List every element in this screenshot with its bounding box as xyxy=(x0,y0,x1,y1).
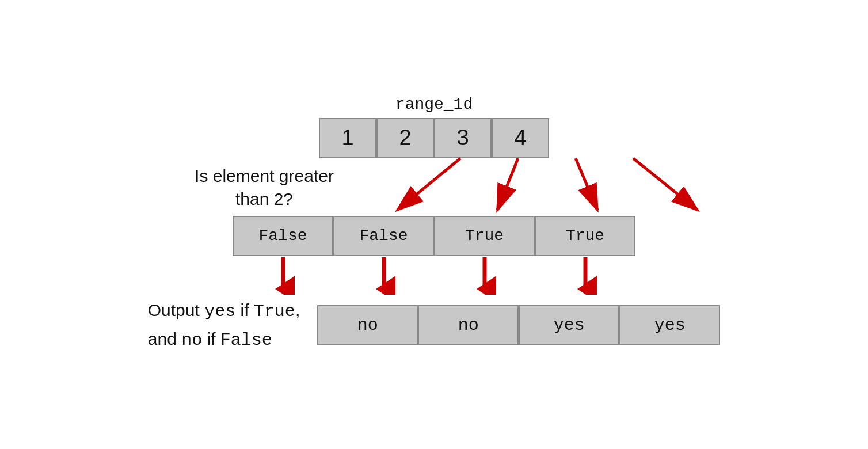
output-cell-4: yes xyxy=(619,305,720,345)
down-arrow-2 xyxy=(333,256,434,296)
down-arrow-1 xyxy=(233,256,333,296)
bool-cell-2: False xyxy=(333,216,434,256)
array-cell-4: 4 xyxy=(492,118,549,158)
down-arrows-row xyxy=(233,256,635,296)
output-cell-1: no xyxy=(317,305,418,345)
array-cell-3: 3 xyxy=(434,118,492,158)
diagonal-arrows xyxy=(345,158,587,216)
output-row: no no yes yes xyxy=(317,305,720,345)
bool-cell-3: True xyxy=(434,216,535,256)
output-label: Output yes if True, and no if False xyxy=(148,296,300,354)
bool-row: False False True True xyxy=(233,216,635,256)
question-text: Is element greater than 2? xyxy=(195,165,334,216)
array-cell-2: 2 xyxy=(376,118,434,158)
bool-cell-4: True xyxy=(535,216,635,256)
bool-cell-1: False xyxy=(233,216,333,256)
array-cell-1: 1 xyxy=(319,118,376,158)
svg-line-2 xyxy=(497,158,518,210)
svg-line-4 xyxy=(633,158,698,210)
down-arrow-3 xyxy=(434,256,535,296)
array-row: 1 2 3 4 xyxy=(319,118,549,158)
output-section: Output yes if True, and no if False no n… xyxy=(89,296,779,354)
output-cell-3: yes xyxy=(519,305,619,345)
diagram: range_1d 1 2 3 4 Is element greater than… xyxy=(89,96,779,354)
down-arrow-4 xyxy=(535,256,635,296)
array-label: range_1d xyxy=(395,96,473,113)
output-cell-2: no xyxy=(418,305,519,345)
svg-line-1 xyxy=(397,158,460,210)
svg-line-3 xyxy=(576,158,597,210)
